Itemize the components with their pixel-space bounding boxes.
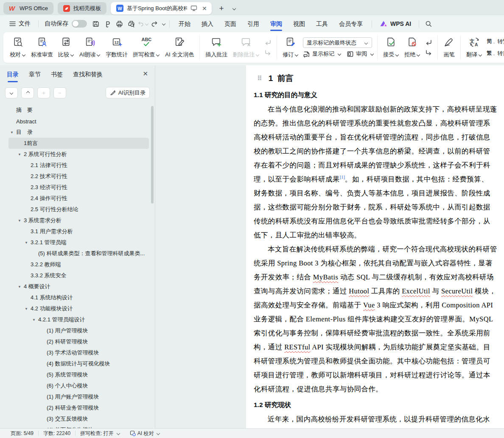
- toc-item[interactable]: ▼ (5) 科研成果类型：查看和管理科研成果类...: [8, 248, 149, 259]
- menu-tab[interactable]: 引用: [242, 15, 265, 32]
- next-comment-icon[interactable]: [264, 50, 272, 56]
- spell-check-button[interactable]: ABC 拼写检查: [130, 36, 162, 59]
- translate-button[interactable]: 文A 翻译: [464, 36, 485, 59]
- sidebar-tab[interactable]: 书签: [51, 71, 63, 82]
- standard-review-button[interactable]: 标准审查: [28, 36, 56, 59]
- redo-button[interactable]: [149, 18, 161, 30]
- doc-line[interactable]: ⠿1.2 研究现状: [254, 398, 504, 407]
- accept-button[interactable]: 接受: [381, 36, 402, 59]
- toc-item[interactable]: ▼ 2.4 操作可行性: [8, 193, 149, 204]
- pen-button[interactable]: 画笔: [441, 36, 457, 59]
- doc-line[interactable]: ⠿存在着不少的问题；而且对科研成果的管理缺少系统性，这样子会不利于科: [254, 156, 504, 170]
- review-pane-button[interactable]: 审阅: [347, 50, 374, 58]
- doc-line[interactable]: ⠿统采用 Spring Boot 3 为核心框架，依托其自动配置与嵌入式容器特性…: [254, 254, 504, 268]
- doc-line[interactable]: ⠿校的教职工之间的协作搭建了一个共享信息的桥梁。经调查，以前的科研管: [254, 142, 504, 156]
- citation-ref[interactable]: [1]: [340, 175, 345, 179]
- toc-collapse-button[interactable]: －: [53, 87, 66, 98]
- doc-line[interactable]: ⠿查询与高并发访问需求；通过 Hutool 工具库的 ExcelUtil 与 S…: [254, 282, 504, 296]
- doc-line[interactable]: ⠿1.1 研究的目的与意义: [254, 88, 504, 98]
- sidebar-tab[interactable]: 查找和替换: [73, 71, 103, 82]
- sidebar-scrollbar[interactable]: [151, 106, 154, 204]
- toc-item[interactable]: ▼ (2) 科研业务管理模块: [8, 402, 149, 413]
- toc-collapse-arrow-icon[interactable]: ▼: [24, 241, 31, 245]
- toc-item[interactable]: ▼ 目 录: [8, 127, 149, 138]
- toc-item[interactable]: ▼ 3.2.1 管理员端: [8, 237, 149, 248]
- toc-collapse-arrow-icon[interactable]: ▼: [17, 285, 24, 289]
- toc-collapse-arrow-icon[interactable]: ▼: [9, 131, 16, 134]
- sidebar-tab[interactable]: 目录: [7, 71, 19, 82]
- sidebar-close-icon[interactable]: ✕: [143, 70, 148, 78]
- toc-item[interactable]: ▼ 2 系统可行性分析: [8, 149, 149, 160]
- document-page[interactable]: ⠿1 前言 ⠿1.1 研究的目的与意义 ⠿在当今信息化浪潮的推动和国家鼓励创新的…: [246, 65, 504, 428]
- proofread-button[interactable]: 校对: [7, 36, 28, 59]
- toc-item[interactable]: ▼ (5) 系统管理模块: [8, 369, 149, 380]
- tab-document[interactable]: W 基于Spring Boot的高校科研 ✕: [111, 2, 212, 14]
- tab-wps-office[interactable]: W WPS Office: [3, 2, 53, 14]
- wps-ai-button[interactable]: WPS AI: [375, 20, 415, 27]
- print-preview-button[interactable]: [125, 18, 137, 30]
- toc-item[interactable]: ▼ 4 概要设计: [8, 281, 149, 292]
- save-button[interactable]: [90, 18, 101, 30]
- toc-previous-heading-button[interactable]: [21, 87, 34, 98]
- menu-tab[interactable]: 工具: [311, 15, 333, 32]
- toc-item[interactable]: ▼ (6) 个人中心模块: [8, 380, 149, 391]
- traditional-to-simplified-button[interactable]: 繁→ 转简: [487, 50, 504, 57]
- next-change-icon[interactable]: [425, 50, 432, 56]
- ai-recognize-toc-button[interactable]: AI识别目录: [106, 87, 150, 98]
- doc-line[interactable]: ⠿研项目进行管理，教师可以新增科研项目，对科研过程进行讨论等。通过本: [254, 366, 504, 380]
- word-count-indicator[interactable]: 字数: 22240: [39, 430, 75, 437]
- insert-comment-button[interactable]: 插入批注: [203, 36, 230, 59]
- doc-line[interactable]: ⠿高校科研活动的重要平台，旨在优化科研管理的流程，同步信息，打破信息: [254, 128, 504, 142]
- toc-next-heading-button[interactable]: [5, 87, 18, 98]
- toc-item[interactable]: ▼ (1) 用户账户管理模块: [8, 391, 149, 402]
- sidebar-tab[interactable]: 章节: [29, 71, 41, 82]
- ai-proofread-button[interactable]: AI 校对: [125, 430, 165, 437]
- compare-button[interactable]: 比较: [56, 36, 77, 59]
- toc-expand-button[interactable]: ＋: [37, 87, 50, 98]
- doc-line[interactable]: ⠿系统的研究聚焦于信息化与流程优化，通过多样化技术框架实现功能模块的: [254, 424, 504, 428]
- autosave-toggle[interactable]: [72, 20, 87, 28]
- doc-line[interactable]: ⠿近年来，国内高校纷纷开发科研管理系统，以提升科研管理的信息化水: [254, 410, 504, 424]
- doc-line[interactable]: ⠿科研管理系统为管理员和教师提供全面功能。其中核心功能包括：管理员可: [254, 352, 504, 366]
- ai-polish-button[interactable]: AI 全文润色: [162, 36, 196, 59]
- ai-read-button[interactable]: AI朗读: [77, 36, 103, 59]
- new-tab-button[interactable]: +: [216, 3, 227, 14]
- toc-item[interactable]: ▼ 1前言: [8, 138, 149, 149]
- toc-item[interactable]: ▼ 3.2.2 教师端: [8, 259, 149, 270]
- doc-line[interactable]: ⠿理，以至于会影响科研成果[1]。如，科研项目数据，其中包括：经费预算、: [254, 170, 504, 184]
- doc-line[interactable]: ⠿业务逻辑，配合 Element-Plus 组件库快速构建交互友好的管理界面。M…: [254, 310, 504, 324]
- markup-state-select[interactable]: 显示标记的最终状态: [303, 37, 372, 48]
- toc-item[interactable]: ▼ Abstract: [8, 116, 149, 127]
- toc-item[interactable]: ▼ 2.1 法律可行性: [8, 160, 149, 171]
- print-button[interactable]: [113, 18, 125, 30]
- menu-tab[interactable]: 插入: [196, 15, 219, 32]
- toc-item[interactable]: ▼ (1) 用户管理模块: [8, 325, 149, 336]
- doc-line[interactable]: ⠿在当今信息化浪潮的推动和国家鼓励创新的政策支持下，高校科研呈现蓬: [254, 100, 504, 114]
- file-menu-button[interactable]: 文件: [5, 20, 35, 28]
- previous-comment-icon[interactable]: [264, 39, 272, 46]
- doc-line[interactable]: ⠿本文旨在解决传统科研系统的弊端，研究一个符合现代高校现状的科研管: [254, 240, 504, 254]
- doc-line[interactable]: ⠿传统的科研系统没有应用信息化平台也会导致纸质审批需经转多个部分，从: [254, 212, 504, 226]
- doc-line[interactable]: ⠿构，通过 RESTful API 实现模块间解耦，为后续功能扩展奠定坚实基础。…: [254, 338, 504, 352]
- toc-item[interactable]: ▼ 4.2.1 管理员端设计: [8, 314, 149, 325]
- toc-item[interactable]: ▼ 2.3 经济可行性: [8, 182, 149, 193]
- drag-handle-icon[interactable]: ⠿: [257, 73, 263, 84]
- toc-item[interactable]: ▼ (3) 交互反馈模块: [8, 413, 149, 424]
- page-indicator[interactable]: 页面: 5/49: [6, 430, 38, 437]
- toc-item[interactable]: ▼ 4.1 系统结构设计: [8, 292, 149, 303]
- close-tab-icon[interactable]: ✕: [201, 5, 208, 12]
- menu-tab[interactable]: 会员专享: [333, 15, 368, 32]
- toc-item[interactable]: ▼ 3.1 用户需求分析: [8, 226, 149, 237]
- doc-line[interactable]: ⠿低下，且人工审批的出错率较高。: [254, 226, 504, 240]
- tab-docer-templates[interactable]: 找稻壳模板: [58, 2, 106, 14]
- reject-button[interactable]: 拒绝: [402, 36, 423, 59]
- toc-collapse-arrow-icon[interactable]: ▼: [17, 153, 24, 156]
- doc-line[interactable]: ⠿化科研流程，促进信息共享与协同合作。: [254, 380, 504, 394]
- undo-chevron-icon[interactable]: [145, 22, 149, 25]
- toc-collapse-arrow-icon[interactable]: ▼: [31, 318, 38, 322]
- tab-list-chevron-icon[interactable]: [232, 7, 236, 10]
- toc-item[interactable]: ▼ (4) 首页与公告模块: [8, 424, 149, 428]
- doc-line[interactable]: ⠿1 前言: [254, 73, 504, 84]
- toc-item[interactable]: ▼ (2) 科研管理模块: [8, 336, 149, 347]
- simplified-to-traditional-button[interactable]: 简→ 转繁: [487, 38, 504, 45]
